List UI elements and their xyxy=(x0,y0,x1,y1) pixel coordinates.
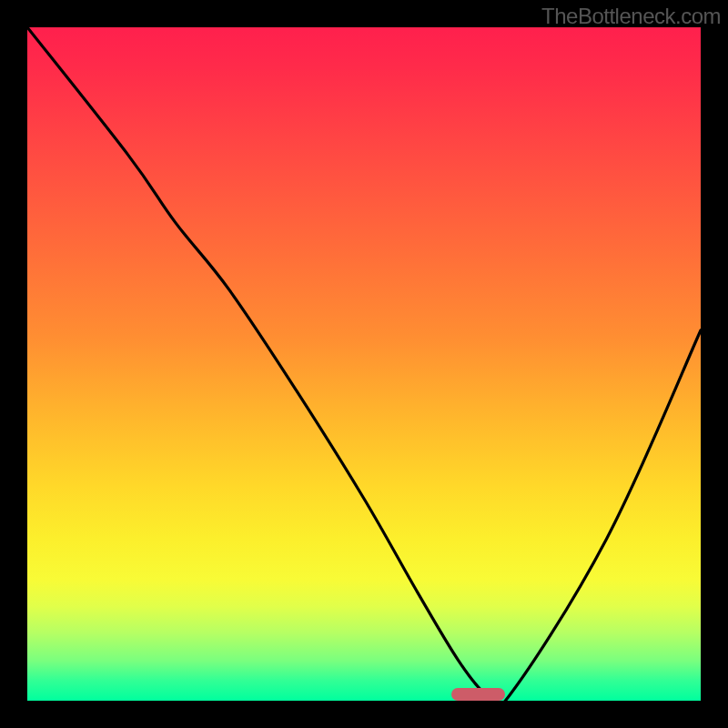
chart-frame: TheBottleneck.com xyxy=(0,0,728,728)
bottleneck-curve xyxy=(27,27,701,701)
watermark-label: TheBottleneck.com xyxy=(541,4,721,29)
optimal-range-marker xyxy=(451,688,505,701)
plot-area xyxy=(27,27,701,701)
bottleneck-curve-path xyxy=(27,27,701,701)
